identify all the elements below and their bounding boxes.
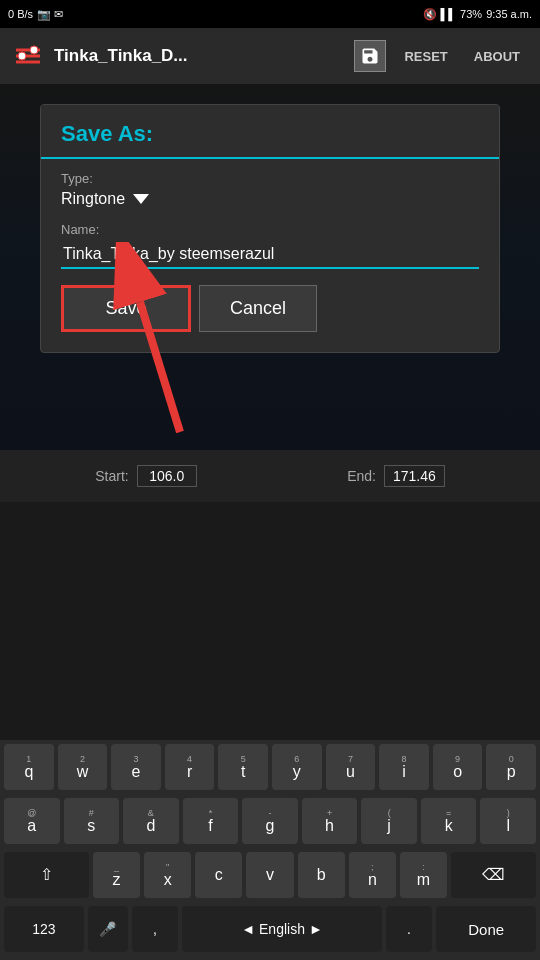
svg-point-3 [18,52,26,60]
time: 9:35 a.m. [486,8,532,20]
dialog-buttons: Save Cancel [61,285,479,340]
language-key[interactable]: ◄ English ► [182,906,381,952]
key-q[interactable]: 1q [4,744,54,790]
type-dropdown[interactable]: Ringtone [61,190,479,208]
key-e[interactable]: 3e [111,744,161,790]
start-value: 106.0 [137,465,197,487]
dialog-title: Save As: [61,121,153,146]
about-button[interactable]: ABOUT [466,45,528,68]
app-logo [12,40,44,72]
battery: 73% [460,8,482,20]
key-h[interactable]: +h [302,798,358,844]
notification-icons: 📷 ✉ [37,8,63,21]
start-label: Start: [95,468,128,484]
key-b[interactable]: b [298,852,345,898]
key-f[interactable]: *f [183,798,239,844]
numbers-key[interactable]: 123 [4,906,84,952]
name-input-container [61,241,479,269]
key-y[interactable]: 6y [272,744,322,790]
key-g[interactable]: -g [242,798,298,844]
key-s[interactable]: #s [64,798,120,844]
key-d[interactable]: &d [123,798,179,844]
status-left: 0 B/s 📷 ✉ [8,8,63,21]
name-input[interactable] [61,241,479,269]
mic-key[interactable]: 🎤 [88,906,128,952]
save-button[interactable]: Save [61,285,191,332]
save-as-dialog: Save As: Type: Ringtone Name: Save Cance… [40,104,500,353]
lang-right-arrow-icon: ► [309,921,323,937]
key-i[interactable]: 8i [379,744,429,790]
app-bar: Tinka_Tinka_D... RESET ABOUT [0,28,540,84]
dialog-body: Type: Ringtone Name: Save Cancel [41,159,499,352]
key-k[interactable]: =k [421,798,477,844]
start-info: Start: 106.0 [95,465,196,487]
keyboard: 1q 2w 3e 4r 5t 6y 7u 8i 9o 0p @a #s &d *… [0,740,540,960]
svg-point-4 [30,46,38,54]
keyboard-row-1: 1q 2w 3e 4r 5t 6y 7u 8i 9o 0p [0,740,540,794]
keyboard-row-2: @a #s &d *f -g +h (j =k )l [0,794,540,848]
key-l[interactable]: )l [480,798,536,844]
shift-key[interactable]: ⇧ [4,852,89,898]
key-m[interactable]: :m [400,852,447,898]
save-file-button[interactable] [354,40,386,72]
status-bar: 0 B/s 📷 ✉ 🔇 ▌▌ 73% 9:35 a.m. [0,0,540,28]
lang-left-arrow-icon: ◄ [241,921,255,937]
language-label: English [259,921,305,937]
data-speed: 0 B/s [8,8,33,20]
info-bar: Start: 106.0 End: 171.46 [0,450,540,502]
backspace-key[interactable]: ⌫ [451,852,536,898]
key-n[interactable]: ;n [349,852,396,898]
key-v[interactable]: v [246,852,293,898]
key-o[interactable]: 9o [433,744,483,790]
name-label: Name: [61,222,479,237]
reset-button[interactable]: RESET [396,45,455,68]
key-z[interactable]: _z [93,852,140,898]
done-key[interactable]: Done [436,906,536,952]
app-content: Save As: Type: Ringtone Name: Save Cance… [0,84,540,502]
end-value: 171.46 [384,465,445,487]
type-value: Ringtone [61,190,125,208]
key-j[interactable]: (j [361,798,417,844]
keyboard-bottom-row: 123 🎤 , ◄ English ► . Done [0,902,540,960]
mic-icon: 🎤 [99,921,116,937]
period-key[interactable]: . [386,906,433,952]
dropdown-arrow-icon [133,194,149,204]
key-r[interactable]: 4r [165,744,215,790]
app-title: Tinka_Tinka_D... [54,46,344,66]
key-a[interactable]: @a [4,798,60,844]
dialog-overlay: Save As: Type: Ringtone Name: Save Cance… [0,84,540,502]
cancel-button[interactable]: Cancel [199,285,317,332]
key-c[interactable]: c [195,852,242,898]
status-right: 🔇 ▌▌ 73% 9:35 a.m. [423,8,532,21]
key-x[interactable]: "x [144,852,191,898]
type-label: Type: [61,171,479,186]
key-w[interactable]: 2w [58,744,108,790]
comma-key[interactable]: , [132,906,179,952]
key-u[interactable]: 7u [326,744,376,790]
end-info: End: 171.46 [347,465,445,487]
signal-icon: ▌▌ [441,8,457,20]
key-t[interactable]: 5t [218,744,268,790]
key-p[interactable]: 0p [486,744,536,790]
mute-icon: 🔇 [423,8,437,21]
end-label: End: [347,468,376,484]
dialog-header: Save As: [41,105,499,159]
keyboard-row-3: ⇧ _z "x c v b ;n :m ⌫ [0,848,540,902]
